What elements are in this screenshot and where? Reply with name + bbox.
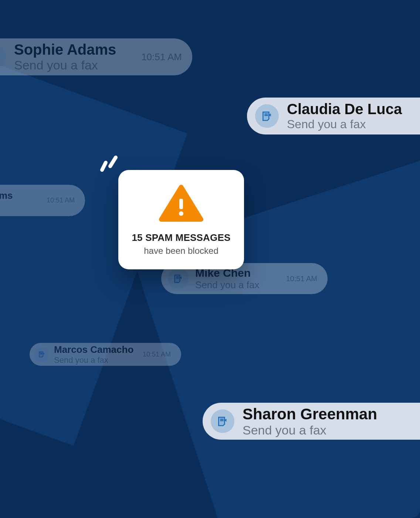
spark-accent-icon bbox=[95, 151, 121, 177]
notification-subtitle: Send you a fax bbox=[14, 58, 131, 72]
notification-text: Sharon Greenman Send you a fax bbox=[243, 405, 420, 437]
fax-icon bbox=[34, 347, 50, 362]
notification-subtitle: you a fax bbox=[0, 201, 41, 211]
notification-time: 10:51 AM bbox=[141, 51, 182, 63]
fax-icon bbox=[255, 104, 279, 128]
notification-card[interactable]: Sophie Adams Send you a fax 10:51 AM bbox=[0, 38, 192, 75]
notification-subtitle: Send you a fax bbox=[54, 355, 138, 365]
notification-card[interactable]: Marcos Camacho Send you a fax 10:51 AM bbox=[30, 343, 181, 366]
notification-text: Marcos Camacho Send you a fax bbox=[54, 344, 138, 365]
fax-icon bbox=[168, 268, 189, 289]
notification-card[interactable]: Claudia De Luca Send you a fax bbox=[247, 98, 420, 134]
notification-text: Sophie Adams Send you a fax bbox=[14, 41, 131, 72]
svg-line-1 bbox=[110, 157, 116, 166]
notification-time: 10:51 AM bbox=[143, 351, 171, 358]
sender-name: Marcos Camacho bbox=[54, 344, 138, 355]
notification-subtitle: Send you a fax bbox=[243, 423, 420, 437]
fax-icon bbox=[211, 409, 234, 433]
notification-text: Claudia De Luca Send you a fax bbox=[287, 101, 420, 131]
alert-subtitle: have been blocked bbox=[129, 246, 234, 256]
notification-card[interactable]: nie Adams you a fax 10:51 AM bbox=[0, 185, 85, 216]
fax-icon bbox=[0, 45, 6, 69]
notification-text: Mike Chen Send you a fax bbox=[195, 267, 279, 291]
spam-alert-card: 15 SPAM MESSAGES have been blocked bbox=[118, 170, 244, 269]
notification-card[interactable]: Sharon Greenman Send you a fax bbox=[203, 403, 420, 440]
sender-name: Claudia De Luca bbox=[287, 101, 420, 117]
notification-subtitle: Send you a fax bbox=[195, 279, 279, 291]
notification-subtitle: Send you a fax bbox=[287, 117, 420, 131]
warning-icon bbox=[159, 185, 203, 222]
notification-text: nie Adams you a fax bbox=[0, 185, 41, 216]
sender-name: Sharon Greenman bbox=[243, 405, 420, 423]
notification-time: 10:51 AM bbox=[47, 197, 75, 204]
notification-time: 10:51 AM bbox=[286, 275, 317, 283]
svg-rect-2 bbox=[179, 199, 183, 209]
svg-point-3 bbox=[179, 211, 183, 216]
sender-name: nie Adams bbox=[0, 190, 41, 201]
svg-line-0 bbox=[102, 163, 106, 170]
sender-name: Sophie Adams bbox=[14, 41, 131, 58]
alert-title: 15 SPAM MESSAGES bbox=[129, 232, 234, 243]
